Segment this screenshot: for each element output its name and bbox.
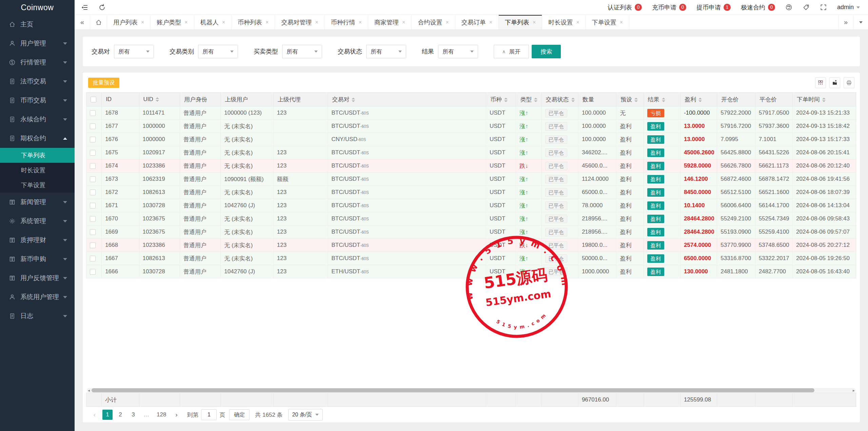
tab-close-icon[interactable]: × bbox=[184, 19, 188, 25]
row-checkbox[interactable] bbox=[90, 203, 96, 209]
pagination-page-128[interactable]: 128 bbox=[154, 410, 169, 420]
tab-close-icon[interactable]: × bbox=[141, 19, 144, 25]
column-header-profit[interactable]: 盈利 bbox=[680, 93, 717, 106]
tab-close-icon[interactable]: × bbox=[359, 19, 362, 25]
row-checkbox[interactable] bbox=[90, 176, 96, 182]
row-checkbox[interactable] bbox=[90, 190, 96, 195]
tab-close-icon[interactable]: × bbox=[576, 19, 579, 25]
tab-close-icon[interactable]: × bbox=[315, 19, 318, 25]
row-checkbox[interactable] bbox=[90, 216, 96, 222]
scroll-left-arrow-icon[interactable]: ◄ bbox=[87, 388, 91, 393]
row-checkbox[interactable] bbox=[90, 269, 96, 275]
filter-columns-button[interactable] bbox=[815, 77, 826, 88]
pagination-page-2[interactable]: 2 bbox=[115, 410, 125, 420]
sort-icon[interactable] bbox=[534, 98, 537, 102]
tab-商家管理[interactable]: 商家管理× bbox=[368, 15, 412, 30]
sort-icon[interactable] bbox=[634, 98, 638, 102]
tab-close-icon[interactable]: × bbox=[222, 19, 225, 25]
goto-page-input[interactable] bbox=[201, 409, 217, 420]
tabs-scroll-right-icon[interactable]: » bbox=[838, 15, 853, 30]
sidebar-item-home[interactable]: 主页 bbox=[0, 15, 75, 34]
sort-icon[interactable] bbox=[822, 98, 826, 102]
sort-icon[interactable] bbox=[504, 98, 508, 102]
select-all-checkbox[interactable] bbox=[91, 97, 96, 102]
sort-icon[interactable] bbox=[662, 98, 665, 102]
sidebar-item-fiat-trade[interactable]: 法币交易 bbox=[0, 72, 75, 91]
quicklink-withdraw-requests[interactable]: 提币申请1 bbox=[696, 3, 731, 12]
sidebar-item-user-mgmt[interactable]: 用户管理 bbox=[0, 34, 75, 53]
page-size-select[interactable]: 20 条/页 bbox=[288, 409, 323, 420]
collapse-sidebar-icon[interactable] bbox=[81, 4, 88, 11]
row-checkbox[interactable] bbox=[90, 229, 96, 235]
tab-机器人[interactable]: 机器人× bbox=[194, 15, 232, 30]
sidebar-subitem-order-setting[interactable]: 下单设置 bbox=[0, 178, 75, 193]
row-checkbox[interactable] bbox=[90, 110, 96, 116]
column-header-coin[interactable]: 币种 bbox=[486, 93, 516, 106]
tab-交易对管理[interactable]: 交易对管理× bbox=[275, 15, 324, 30]
horizontal-scrollbar-thumb[interactable] bbox=[92, 388, 814, 392]
tab-交易订单[interactable]: 交易订单× bbox=[455, 15, 499, 30]
fullscreen-icon[interactable] bbox=[820, 4, 827, 11]
tab-close-icon[interactable]: × bbox=[620, 19, 623, 25]
tab-币种列表[interactable]: 币种列表× bbox=[232, 15, 275, 30]
tab-合约设置[interactable]: 合约设置× bbox=[412, 15, 455, 30]
row-checkbox[interactable] bbox=[90, 163, 96, 169]
row-checkbox[interactable] bbox=[90, 123, 96, 129]
quicklink-auth-list[interactable]: 认证列表0 bbox=[608, 3, 642, 12]
sort-icon[interactable] bbox=[352, 98, 355, 102]
column-header-status[interactable]: 交易状态 bbox=[541, 93, 578, 106]
search-button[interactable]: 搜索 bbox=[532, 45, 561, 58]
tab-close-icon[interactable]: × bbox=[533, 19, 536, 25]
sidebar-subitem-order-list[interactable]: 下单列表 bbox=[0, 148, 75, 163]
column-header-type[interactable]: 类型 bbox=[516, 93, 541, 106]
sidebar-item-feedback-mgmt[interactable]: 用户反馈管理 bbox=[0, 269, 75, 288]
tab-用户列表[interactable]: 用户列表× bbox=[107, 15, 151, 30]
sidebar-subitem-duration-setting[interactable]: 时长设置 bbox=[0, 163, 75, 178]
print-button[interactable] bbox=[844, 77, 854, 88]
sidebar-item-options[interactable]: 期权合约 bbox=[0, 129, 75, 148]
tab-下单设置[interactable]: 下单设置× bbox=[586, 15, 629, 30]
goto-confirm-button[interactable]: 确定 bbox=[229, 409, 250, 420]
home-tab[interactable] bbox=[90, 15, 107, 30]
tab-close-icon[interactable]: × bbox=[402, 19, 405, 25]
sidebar-item-new-coin[interactable]: 新币申购 bbox=[0, 250, 75, 269]
filter-select-pair[interactable]: 所有 bbox=[114, 45, 154, 58]
tab-close-icon[interactable]: × bbox=[265, 19, 269, 25]
tab-close-icon[interactable]: × bbox=[489, 19, 492, 25]
filter-select-result[interactable]: 所有 bbox=[438, 45, 478, 58]
filter-select-trade-status[interactable]: 所有 bbox=[366, 45, 406, 58]
filter-select-trade-category[interactable]: 所有 bbox=[198, 45, 238, 58]
row-checkbox[interactable] bbox=[90, 137, 96, 142]
sidebar-item-news-mgmt[interactable]: 新闻管理 bbox=[0, 193, 75, 212]
pagination-page-3[interactable]: 3 bbox=[128, 410, 138, 420]
filter-select-buy-sell-type[interactable]: 所有 bbox=[282, 45, 322, 58]
expand-filters-button[interactable]: ∧展开 bbox=[494, 45, 529, 58]
tab-账户类型[interactable]: 账户类型× bbox=[151, 15, 194, 30]
sort-icon[interactable] bbox=[571, 98, 575, 102]
column-header-pair[interactable]: 交易对 bbox=[328, 93, 486, 106]
sidebar-item-logs[interactable]: 日志 bbox=[0, 307, 75, 326]
sidebar-item-spot-trade[interactable]: 币币交易 bbox=[0, 91, 75, 110]
scroll-right-arrow-icon[interactable]: ► bbox=[852, 388, 856, 393]
sidebar-item-sys-user-mgmt[interactable]: 系统用户管理 bbox=[0, 288, 75, 307]
tab-币种行情[interactable]: 币种行情× bbox=[325, 15, 368, 30]
quicklink-deposit-requests[interactable]: 充币申请0 bbox=[652, 3, 686, 12]
batch-preset-button[interactable]: 批量预设 bbox=[88, 78, 119, 88]
column-header-result[interactable]: 结果 bbox=[644, 93, 680, 106]
admin-user-menu[interactable]: admin bbox=[837, 4, 860, 11]
sidebar-item-perpetual[interactable]: 永续合约 bbox=[0, 110, 75, 129]
sort-icon[interactable] bbox=[698, 98, 702, 102]
column-header-time[interactable]: 下单时间 bbox=[793, 93, 856, 106]
tabs-scroll-left-icon[interactable]: « bbox=[75, 15, 90, 30]
sidebar-item-market-mgmt[interactable]: 行情管理 bbox=[0, 53, 75, 72]
refresh-icon[interactable] bbox=[98, 4, 106, 11]
sort-icon[interactable] bbox=[156, 97, 159, 102]
pagination-next-icon[interactable]: › bbox=[171, 410, 181, 420]
tab-close-icon[interactable]: × bbox=[446, 19, 449, 25]
tab-时长设置[interactable]: 时长设置× bbox=[542, 15, 586, 30]
quicklink-fast-contract[interactable]: 极速合约0 bbox=[741, 3, 775, 12]
tab-下单列表[interactable]: 下单列表× bbox=[499, 15, 542, 30]
sidebar-item-system-mgmt[interactable]: 系统管理 bbox=[0, 212, 75, 231]
tag-icon[interactable] bbox=[803, 4, 810, 11]
tabs-menu-icon[interactable] bbox=[853, 15, 868, 30]
